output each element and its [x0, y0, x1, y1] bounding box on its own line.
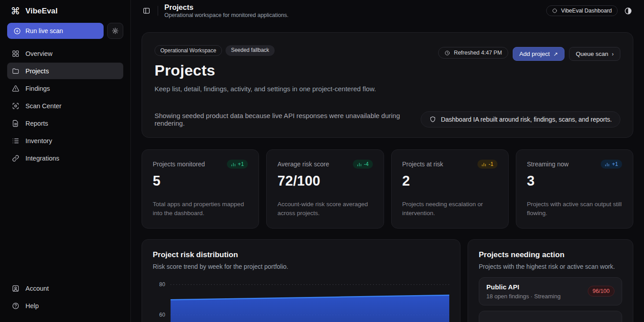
queue-scan-button[interactable]: Queue scan › — [569, 47, 620, 61]
hero-card: Operational Workspace Seeded fallback Pr… — [142, 32, 633, 138]
stat-description: Projects needing escalation or intervent… — [402, 200, 498, 218]
chart-subtitle: Risk score trend by week for the project… — [153, 263, 449, 270]
risk-trend-chart: 8060 — [153, 278, 449, 322]
divider — [158, 6, 158, 16]
delta-badge: +1 — [227, 160, 248, 169]
bottom-row: Project risk distribution Risk score tre… — [142, 239, 633, 322]
sidebar-item-overview[interactable]: Overview — [7, 45, 123, 62]
sidebar-item-help[interactable]: Help — [7, 297, 123, 314]
trend-icon — [231, 162, 236, 167]
action-card-subtitle: Projects with the highest risk or active… — [479, 263, 622, 270]
trend-icon — [357, 162, 362, 167]
sidebar-item-integrations[interactable]: Integrations — [7, 150, 123, 166]
trend-icon — [605, 162, 610, 167]
sidebar-item-reports[interactable]: Reports — [7, 115, 123, 131]
list-icon — [12, 137, 20, 145]
workspace-chip: Operational Workspace — [155, 45, 222, 56]
stat-card-average-risk: Average risk score -4 72/100 Account-wid… — [266, 149, 384, 229]
dashboard-callout-pill: Dashboard IA rebuilt around risk, findin… — [421, 111, 620, 127]
theme-toggle-button[interactable] — [624, 7, 632, 15]
stat-value: 2 — [402, 173, 498, 189]
sidebar-item-label: Scan Center — [25, 102, 62, 110]
grid-icon — [12, 50, 20, 58]
scan-icon — [12, 102, 20, 110]
sidebar-item-label: Reports — [25, 120, 48, 127]
project-meta: 18 open findings · Streaming — [486, 293, 560, 300]
stat-card-projects-monitored: Projects monitored +1 5 Total apps and p… — [142, 149, 259, 229]
app-name: VibeEval — [25, 7, 58, 16]
chevron-right-icon: › — [612, 51, 614, 57]
stat-value: 72/100 — [277, 173, 372, 189]
dashboard-badge-label: VibeEval Dashboard — [561, 8, 612, 14]
command-icon: ⌘ — [11, 6, 20, 16]
seeded-data-notice: Showing seeded product data because live… — [155, 112, 410, 127]
page-subtitle: Operational workspace for monitored appl… — [164, 12, 289, 18]
help-circle-icon — [12, 302, 20, 310]
callout-text: Dashboard IA rebuilt around risk, findin… — [441, 116, 612, 123]
run-live-scan-label: Run live scan — [25, 27, 63, 34]
app-logo: ⌘ VibeEval — [7, 0, 123, 23]
external-arrow-icon: ↗ — [553, 51, 558, 57]
stat-value: 5 — [153, 173, 248, 189]
folder-icon — [12, 67, 20, 75]
stat-label: Streaming now — [527, 161, 569, 168]
queue-scan-label: Queue scan — [576, 51, 608, 57]
refreshed-label: Refreshed 4:47 PM — [454, 50, 502, 56]
svg-text:80: 80 — [159, 281, 166, 288]
add-project-button[interactable]: Add project ↗ — [513, 47, 565, 61]
sidebar-item-findings[interactable]: Findings — [7, 80, 123, 97]
seeded-fallback-chip: Seeded fallback — [226, 45, 274, 56]
sidebar-item-label: Overview — [25, 50, 52, 57]
sidebar: ⌘ VibeEval Run live scan Overview — [0, 0, 131, 322]
projects-needing-action-card: Projects needing action Projects with th… — [468, 239, 633, 322]
contrast-icon — [624, 7, 632, 15]
svg-text:60: 60 — [159, 312, 166, 318]
link-icon — [12, 154, 20, 162]
sidebar-item-label: Integrations — [25, 155, 59, 162]
sidebar-toggle-button[interactable] — [142, 6, 151, 15]
scan-settings-button[interactable] — [107, 23, 123, 39]
list-item[interactable] — [479, 311, 622, 322]
dashboard-badge[interactable]: VibeEval Dashboard — [546, 5, 618, 16]
stat-description: Total apps and properties mapped into th… — [153, 200, 248, 218]
risk-distribution-card: Project risk distribution Risk score tre… — [142, 239, 460, 322]
circle-icon — [552, 8, 557, 13]
list-item-public-api[interactable]: Public API 18 open findings · Streaming … — [479, 277, 622, 305]
sidebar-item-label: Projects — [25, 68, 49, 75]
delta-badge: -4 — [353, 160, 373, 169]
page-heading: Projects Operational workspace for monit… — [164, 3, 289, 19]
delta-badge: -1 — [477, 160, 498, 169]
action-card-title: Projects needing action — [479, 250, 622, 259]
page-title: Projects — [164, 3, 289, 12]
alert-triangle-icon — [12, 85, 20, 93]
top-bar: Projects Operational workspace for monit… — [131, 0, 644, 21]
sidebar-item-inventory[interactable]: Inventory — [7, 132, 123, 149]
app-root: ⌘ VibeEval Run live scan Overview — [0, 0, 644, 322]
sidebar-item-scan-center[interactable]: Scan Center — [7, 97, 123, 114]
stat-value: 3 — [527, 173, 622, 189]
delta-badge: +1 — [601, 160, 622, 169]
stats-row: Projects monitored +1 5 Total apps and p… — [142, 149, 633, 229]
sidebar-item-label: Inventory — [25, 137, 52, 144]
sidebar-footer: Account Help — [7, 280, 123, 314]
stat-card-streaming-now: Streaming now +1 3 Projects with active … — [516, 149, 633, 229]
run-live-scan-button[interactable]: Run live scan — [7, 23, 104, 39]
hero-title: Projects — [155, 62, 376, 79]
sidebar-item-projects[interactable]: Projects — [7, 63, 123, 79]
main-area: Projects Operational workspace for monit… — [131, 0, 644, 322]
sidebar-item-label: Account — [25, 285, 49, 292]
hero-subtitle: Keep list, detail, findings, activity, a… — [155, 85, 376, 93]
action-list: Public API 18 open findings · Streaming … — [479, 277, 622, 322]
refreshed-pill: Refreshed 4:47 PM — [438, 47, 508, 59]
sidebar-item-label: Help — [25, 302, 39, 309]
sidebar-item-account[interactable]: Account — [7, 280, 123, 297]
stat-label: Average risk score — [277, 161, 329, 168]
shield-icon — [429, 116, 436, 123]
stat-description: Account-wide risk score averaged across … — [277, 200, 372, 218]
trend-icon — [481, 162, 486, 167]
user-icon — [12, 284, 20, 292]
chart-title: Project risk distribution — [153, 250, 449, 259]
plus-circle-icon — [13, 27, 21, 35]
risk-score-badge: 96/100 — [588, 286, 615, 297]
add-project-label: Add project — [519, 51, 550, 57]
